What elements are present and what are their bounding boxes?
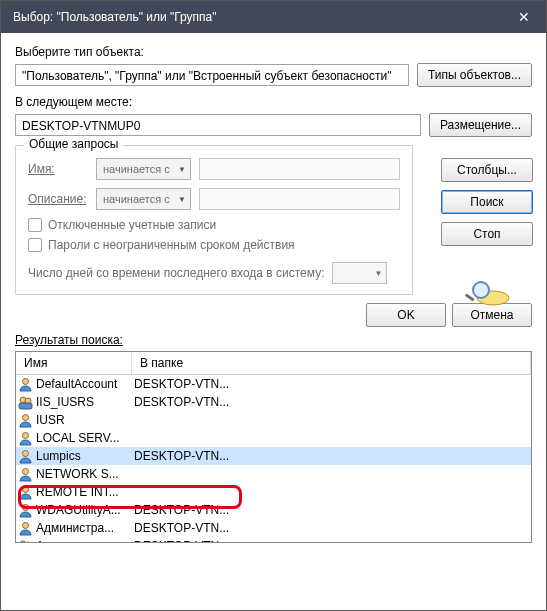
svg-point-8: [23, 432, 29, 438]
svg-point-10: [23, 468, 29, 474]
table-row[interactable]: DefaultAccountDESKTOP-VTN...: [16, 375, 531, 393]
row-name: NETWORK S...: [36, 467, 119, 481]
row-name: WDAGUtilityA...: [36, 503, 121, 517]
location-field[interactable]: DESKTOP-VTNMUP0: [15, 114, 421, 136]
no-expire-checkbox[interactable]: [28, 238, 42, 252]
svg-point-15: [25, 542, 31, 544]
description-mode-combo[interactable]: начинается с ▼: [96, 188, 191, 210]
row-folder: DESKTOP-VTN...: [132, 449, 531, 463]
window-title: Выбор: "Пользователь" или "Группа": [13, 10, 217, 24]
no-expire-label: Пароли с неограниченным сроком действия: [48, 238, 295, 252]
name-mode-combo[interactable]: начинается с ▼: [96, 158, 191, 180]
disabled-accounts-checkbox[interactable]: [28, 218, 42, 232]
table-row[interactable]: REMOTE INT...: [16, 483, 531, 501]
common-queries-title: Общие запросы: [24, 137, 123, 151]
table-row[interactable]: WDAGUtilityA...DESKTOP-VTN...: [16, 501, 531, 519]
name-label: Имя:: [28, 162, 88, 176]
svg-point-7: [23, 414, 29, 420]
titlebar[interactable]: Выбор: "Пользователь" или "Группа" ✕: [1, 1, 546, 33]
user-icon: [18, 377, 33, 392]
location-label: В следующем месте:: [15, 95, 532, 109]
svg-point-13: [23, 522, 29, 528]
user-icon: [18, 521, 33, 536]
object-type-field[interactable]: "Пользователь", "Группа" или "Встроенный…: [15, 64, 409, 86]
locations-button[interactable]: Размещение...: [429, 113, 532, 137]
days-combo[interactable]: ▼: [332, 262, 387, 284]
description-label: Описание:: [28, 192, 88, 206]
row-folder: DESKTOP-VTN...: [132, 521, 531, 535]
user-icon: [18, 449, 33, 464]
disabled-accounts-label: Отключенные учетные записи: [48, 218, 216, 232]
svg-rect-6: [19, 403, 32, 409]
svg-point-12: [23, 504, 29, 510]
chevron-down-icon: ▼: [178, 165, 186, 174]
svg-point-1: [473, 282, 489, 298]
results-table[interactable]: Имя В папке DefaultAccountDESKTOP-VTN...…: [15, 351, 532, 543]
column-name[interactable]: Имя: [16, 352, 132, 374]
row-name: Администра...: [36, 539, 114, 543]
row-name: IIS_IUSRS: [36, 395, 94, 409]
row-name: LOCAL SERV...: [36, 431, 120, 445]
row-folder: DESKTOP-VTN...: [132, 395, 531, 409]
results-label: Результаты поиска:: [1, 333, 546, 351]
object-type-label: Выберите тип объекта:: [15, 45, 532, 59]
user-icon: [18, 467, 33, 482]
days-label: Число дней со времени последнего входа в…: [28, 266, 324, 280]
table-row[interactable]: LumpicsDESKTOP-VTN...: [16, 447, 531, 465]
chevron-down-icon: ▼: [178, 195, 186, 204]
row-name: Lumpics: [36, 449, 81, 463]
user-icon: [18, 485, 33, 500]
search-button[interactable]: Поиск: [441, 190, 533, 214]
chevron-down-icon: ▼: [375, 269, 383, 278]
name-input[interactable]: [199, 158, 400, 180]
ok-button[interactable]: OK: [366, 303, 446, 327]
group-icon: [18, 539, 33, 544]
row-folder: DESKTOP-VTN...: [132, 539, 531, 543]
svg-point-11: [23, 486, 29, 492]
columns-button[interactable]: Столбцы...: [441, 158, 533, 182]
svg-point-9: [23, 450, 29, 456]
table-row[interactable]: IIS_IUSRSDESKTOP-VTN...: [16, 393, 531, 411]
row-name: REMOTE INT...: [36, 485, 119, 499]
column-folder[interactable]: В папке: [132, 352, 531, 374]
table-row[interactable]: Администра...DESKTOP-VTN...: [16, 537, 531, 543]
table-row[interactable]: NETWORK S...: [16, 465, 531, 483]
table-row[interactable]: Администра...DESKTOP-VTN...: [16, 519, 531, 537]
row-name: IUSR: [36, 413, 65, 427]
row-name: Администра...: [36, 521, 114, 535]
table-row[interactable]: LOCAL SERV...: [16, 429, 531, 447]
svg-point-14: [20, 541, 26, 544]
user-icon: [18, 503, 33, 518]
common-queries-group: Общие запросы Имя: начинается с ▼ Описан…: [15, 145, 413, 295]
description-input[interactable]: [199, 188, 400, 210]
svg-point-3: [23, 378, 29, 384]
user-icon: [18, 431, 33, 446]
stop-button[interactable]: Стоп: [441, 222, 533, 246]
close-icon: ✕: [518, 9, 530, 25]
row-folder: DESKTOP-VTN...: [132, 503, 531, 517]
svg-rect-2: [465, 293, 475, 301]
find-icon: [463, 278, 511, 308]
table-row[interactable]: IUSR: [16, 411, 531, 429]
row-folder: DESKTOP-VTN...: [132, 377, 531, 391]
user-icon: [18, 413, 33, 428]
row-name: DefaultAccount: [36, 377, 117, 391]
close-button[interactable]: ✕: [502, 1, 546, 33]
object-types-button[interactable]: Типы объектов...: [417, 63, 532, 87]
group-icon: [18, 395, 33, 410]
table-header: Имя В папке: [16, 352, 531, 375]
